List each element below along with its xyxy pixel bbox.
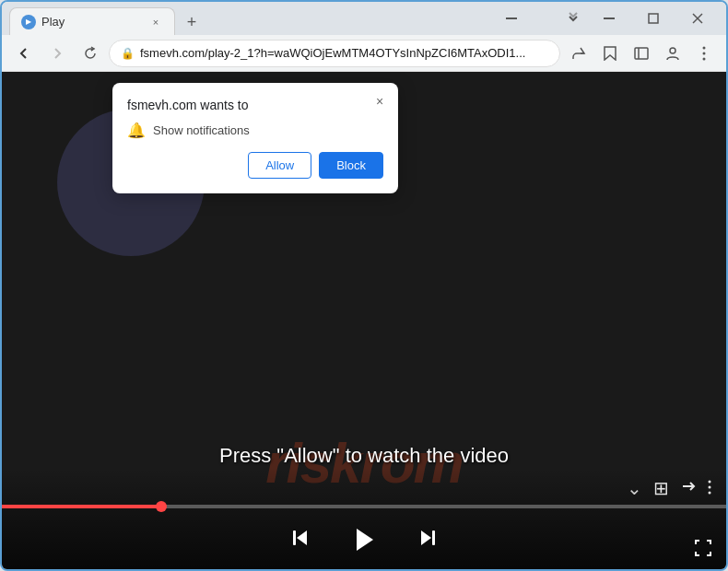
block-button[interactable]: Block: [319, 152, 383, 179]
maximize-button[interactable]: [632, 4, 675, 33]
next-button[interactable]: [417, 528, 438, 553]
back-button[interactable]: [9, 39, 39, 68]
popup-title: fsmevh.com wants to: [127, 98, 383, 112]
minimize-button2[interactable]: [588, 4, 630, 33]
popup-actions: Allow Block: [127, 152, 383, 179]
tab-title: Play: [41, 15, 143, 29]
browser-window: ▶ Play × + —: [0, 0, 728, 571]
address-bar[interactable]: 🔒 fsmevh.com/play-2_1?h=waWQiOjEwMTM4OTY…: [109, 40, 560, 67]
popup-close-button[interactable]: ×: [370, 92, 389, 111]
url-text: fsmevh.com/play-2_1?h=waWQiOjEwMTM4OTYsI…: [140, 46, 548, 60]
dropdown-area: ⌄: [627, 477, 642, 499]
play-button[interactable]: [344, 519, 384, 560]
svg-rect-0: [506, 17, 517, 19]
svg-marker-5: [605, 47, 616, 60]
fullscreen-button[interactable]: [695, 540, 711, 560]
progress-thumb: [156, 501, 167, 512]
svg-rect-6: [635, 48, 648, 59]
svg-rect-19: [432, 530, 435, 545]
sidebar-toggle-button[interactable]: [627, 39, 656, 68]
lock-icon: 🔒: [121, 47, 135, 60]
progress-bar[interactable]: [2, 505, 726, 508]
active-tab[interactable]: ▶ Play ×: [9, 7, 175, 35]
minimize-button[interactable]: —: [520, 4, 562, 33]
tab-favicon: ▶: [21, 15, 36, 29]
more-options-button[interactable]: [708, 478, 711, 499]
svg-point-9: [703, 46, 706, 49]
svg-rect-1: [604, 17, 615, 19]
video-subtitle: Press "Allow" to watch the video: [2, 444, 726, 468]
nav-bar: 🔒 fsmevh.com/play-2_1?h=waWQiOjEwMTM4OTY…: [2, 35, 726, 72]
close-button[interactable]: [676, 4, 719, 33]
share-video-button[interactable]: [680, 478, 697, 499]
minimize-icon: [505, 12, 518, 25]
permission-label: Show notifications: [153, 123, 250, 137]
svg-marker-15: [297, 530, 307, 545]
svg-point-11: [703, 57, 706, 60]
progress-fill: [2, 505, 161, 508]
allow-button[interactable]: Allow: [248, 152, 311, 179]
svg-point-13: [709, 485, 711, 488]
reload-button[interactable]: [76, 39, 105, 68]
popup-permission-row: 🔔 Show notifications: [127, 122, 383, 139]
svg-point-12: [709, 480, 711, 483]
svg-marker-18: [421, 530, 431, 545]
previous-button[interactable]: [290, 528, 311, 553]
title-bar: ▶ Play × + —: [2, 2, 726, 35]
window-options-icon: [564, 9, 582, 28]
svg-point-10: [703, 52, 706, 54]
forward-button[interactable]: [42, 39, 72, 68]
chevron-down-icon[interactable]: ⌄: [627, 477, 642, 499]
main-controls: [2, 516, 726, 569]
svg-marker-17: [357, 529, 373, 551]
profile-button[interactable]: [658, 39, 687, 68]
menu-button[interactable]: [689, 39, 719, 68]
top-controls: ⌄ ⊞: [2, 477, 726, 505]
add-to-queue-button[interactable]: ⊞: [653, 477, 669, 499]
video-controls: ⌄ ⊞: [2, 468, 726, 569]
new-tab-button[interactable]: +: [179, 9, 205, 35]
svg-point-14: [709, 491, 711, 494]
permission-popup: × fsmevh.com wants to 🔔 Show notificatio…: [112, 83, 398, 193]
content-area: riskrom Press "Allow" to watch the video…: [2, 72, 726, 569]
bookmark-button[interactable]: [595, 39, 625, 68]
bell-icon: 🔔: [127, 122, 146, 139]
svg-point-8: [670, 48, 675, 53]
window-controls: —: [505, 4, 719, 33]
nav-actions: [564, 39, 719, 68]
svg-rect-16: [293, 530, 296, 545]
tab-close-button[interactable]: ×: [148, 15, 163, 29]
svg-rect-2: [649, 14, 658, 23]
tab-strip: ▶ Play × +: [9, 2, 501, 35]
share-button[interactable]: [564, 39, 593, 68]
